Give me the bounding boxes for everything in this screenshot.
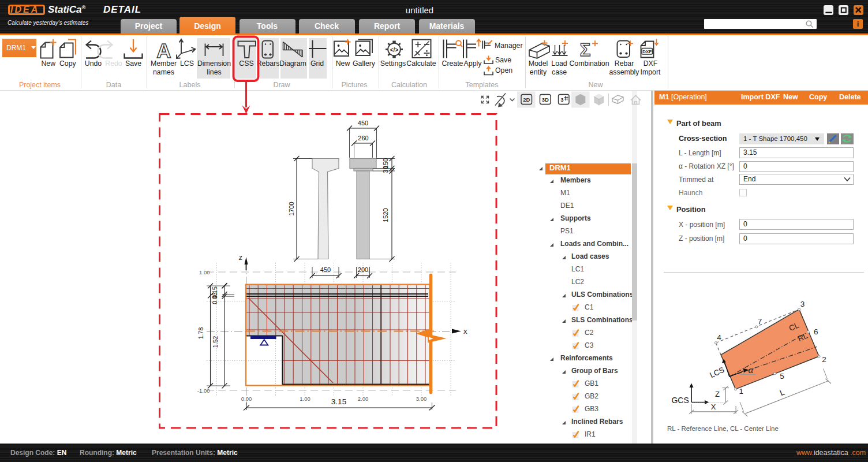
svg-text:DXF: DXF xyxy=(642,49,652,54)
svg-text:A: A xyxy=(156,39,171,62)
svg-text:Σ: Σ xyxy=(580,40,591,60)
svg-text:</>: </> xyxy=(390,47,399,53)
